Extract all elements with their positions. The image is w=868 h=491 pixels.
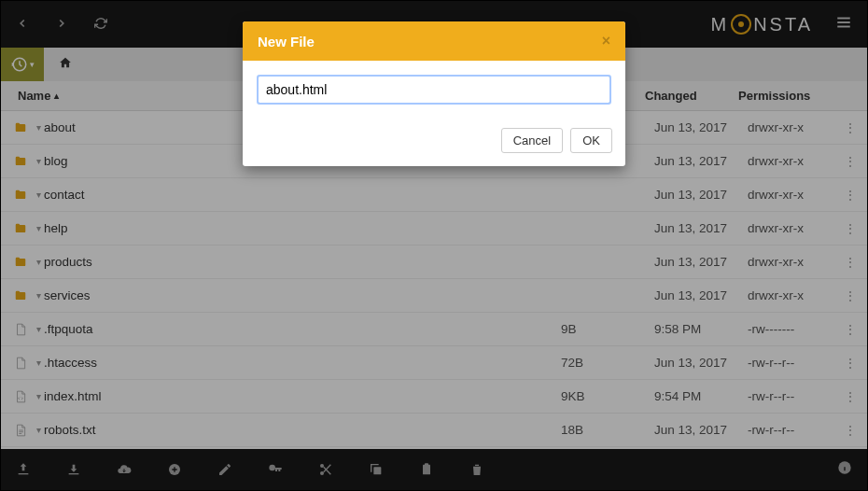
modal-title: New File	[258, 34, 315, 49]
modal-header: New File ×	[243, 21, 625, 61]
new-file-modal: New File × Cancel OK	[243, 21, 625, 166]
ok-button[interactable]: OK	[570, 128, 612, 153]
filename-input[interactable]	[258, 76, 610, 104]
modal-overlay: New File × Cancel OK	[1, 1, 867, 490]
close-icon[interactable]: ×	[602, 33, 610, 49]
modal-footer: Cancel OK	[243, 119, 625, 166]
cancel-button[interactable]: Cancel	[501, 128, 563, 153]
modal-body	[243, 61, 625, 119]
